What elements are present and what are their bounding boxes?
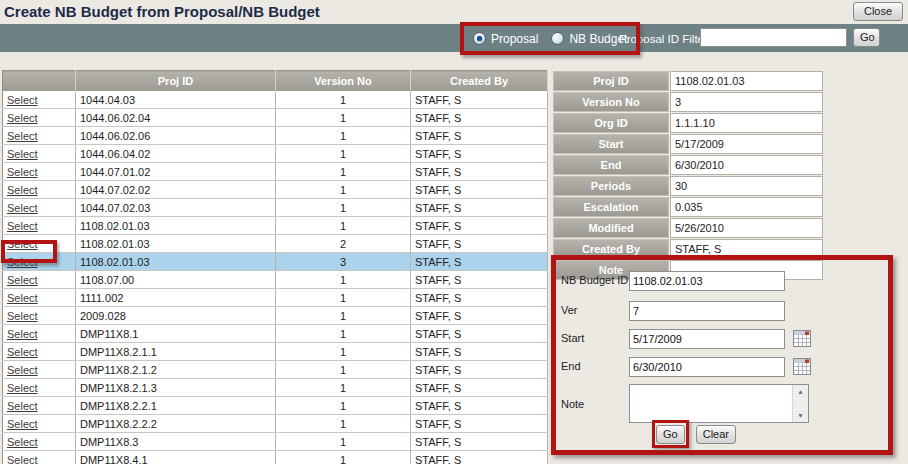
select-cell: Select: [3, 109, 76, 127]
select-link[interactable]: Select: [7, 292, 38, 304]
version-no-cell: 1: [276, 325, 411, 343]
select-link[interactable]: Select: [7, 94, 38, 106]
select-link[interactable]: Select: [7, 382, 38, 394]
proposal-radio-group[interactable]: Proposal: [473, 32, 538, 46]
created-by-cell: STAFF, S: [411, 163, 548, 181]
proposal-radio-label: Proposal: [491, 32, 538, 46]
details-value: 5/17/2009: [670, 134, 823, 154]
select-link[interactable]: Select: [7, 436, 38, 448]
page-title: Create NB Budget from Proposal/NB Budget: [4, 3, 320, 20]
annotation-selected-row: [1, 240, 57, 263]
create-go-button[interactable]: Go: [656, 425, 685, 444]
col-version-no: Version No: [276, 71, 411, 92]
select-cell: Select: [3, 379, 76, 397]
proj-id-cell: DMP11X8.2.1.3: [76, 379, 276, 397]
proj-id-cell: DMP11X8.2.2.1: [76, 397, 276, 415]
nb-budget-radio-group[interactable]: NB Budget: [551, 32, 627, 46]
select-link[interactable]: Select: [7, 130, 38, 142]
select-cell: Select: [3, 451, 76, 464]
table-row: Select1044.04.031STAFF, S: [3, 91, 548, 109]
created-by-cell: STAFF, S: [411, 289, 548, 307]
note-textarea[interactable]: [630, 385, 793, 422]
select-cell: Select: [3, 361, 76, 379]
proposal-id-filter-input[interactable]: [700, 28, 847, 47]
end-calendar-icon[interactable]: [793, 358, 811, 375]
proposal-list: Proj ID Version No Created By Select1044…: [2, 70, 548, 464]
version-no-cell: 1: [276, 415, 411, 433]
select-link[interactable]: Select: [7, 364, 38, 376]
version-no-cell: 1: [276, 163, 411, 181]
created-by-cell: STAFF, S: [411, 361, 548, 379]
select-cell: Select: [3, 325, 76, 343]
created-by-cell: STAFF, S: [411, 343, 548, 361]
note-scrollbar[interactable]: ▲ ▼: [792, 385, 808, 422]
select-link[interactable]: Select: [7, 454, 38, 464]
details-value: 6/30/2010: [670, 155, 823, 175]
created-by-cell: STAFF, S: [411, 235, 548, 253]
created-by-cell: STAFF, S: [411, 451, 548, 464]
filter-go-button[interactable]: Go: [853, 28, 880, 47]
select-link[interactable]: Select: [7, 274, 38, 286]
proj-id-cell: 1108.02.01.03: [76, 217, 276, 235]
nb-budget-id-input[interactable]: [629, 271, 785, 291]
created-by-cell: STAFF, S: [411, 127, 548, 145]
select-link[interactable]: Select: [7, 166, 38, 178]
proj-id-cell: 1044.06.02.04: [76, 109, 276, 127]
table-row: SelectDMP11X8.2.2.21STAFF, S: [3, 415, 548, 433]
start-input[interactable]: [629, 329, 785, 349]
end-input[interactable]: [629, 357, 785, 377]
details-label: Proj ID: [553, 71, 669, 91]
select-link[interactable]: Select: [7, 220, 38, 232]
select-cell: Select: [3, 289, 76, 307]
details-label: Version No: [553, 92, 669, 112]
select-link[interactable]: Select: [7, 184, 38, 196]
version-no-cell: 1: [276, 289, 411, 307]
details-row: Modified5/26/2010: [553, 218, 823, 238]
proj-id-cell: 1044.06.04.02: [76, 145, 276, 163]
details-label: End: [553, 155, 669, 175]
details-row: Version No3: [553, 92, 823, 112]
select-cell: Select: [3, 127, 76, 145]
version-no-cell: 1: [276, 127, 411, 145]
col-select: [3, 71, 76, 92]
select-link[interactable]: Select: [7, 202, 38, 214]
table-row: SelectDMP11X8.11STAFF, S: [3, 325, 548, 343]
proj-id-cell: DMP11X8.2.1.2: [76, 361, 276, 379]
select-link[interactable]: Select: [7, 400, 38, 412]
details-row: Proj ID1108.02.01.03: [553, 71, 823, 91]
proj-id-cell: 1044.04.03: [76, 91, 276, 109]
proj-id-cell: 1044.07.01.02: [76, 163, 276, 181]
scroll-down-icon[interactable]: ▼: [797, 409, 804, 422]
version-no-cell: 1: [276, 307, 411, 325]
table-row: SelectDMP11X8.2.1.11STAFF, S: [3, 343, 548, 361]
nb-budget-id-label: NB Budget ID: [561, 274, 628, 286]
close-button[interactable]: Close: [853, 2, 903, 21]
select-link[interactable]: Select: [7, 310, 38, 322]
select-cell: Select: [3, 343, 76, 361]
details-label: Org ID: [553, 113, 669, 133]
select-link[interactable]: Select: [7, 328, 38, 340]
proposal-radio[interactable]: [473, 32, 486, 45]
table-header-row: Proj ID Version No Created By: [3, 71, 548, 92]
clear-button[interactable]: Clear: [696, 425, 736, 444]
col-proj-id: Proj ID: [76, 71, 276, 92]
version-no-cell: 1: [276, 343, 411, 361]
scroll-up-icon[interactable]: ▲: [797, 385, 804, 398]
details-row: Escalation0.035: [553, 197, 823, 217]
select-link[interactable]: Select: [7, 112, 38, 124]
select-link[interactable]: Select: [7, 418, 38, 430]
select-link[interactable]: Select: [7, 148, 38, 160]
version-no-cell: 1: [276, 217, 411, 235]
toolbar: Proposal NB Budget Proposal ID Filter Go: [0, 24, 908, 52]
table-row: SelectDMP11X8.31STAFF, S: [3, 433, 548, 451]
ver-input[interactable]: [629, 301, 785, 321]
ver-label: Ver: [561, 304, 578, 316]
start-calendar-icon[interactable]: [793, 330, 811, 347]
create-nb-budget-page: Create NB Budget from Proposal/NB Budget…: [0, 0, 908, 464]
proj-id-cell: DMP11X8.2.1.1: [76, 343, 276, 361]
note-field: ▲ ▼: [629, 384, 809, 423]
select-link[interactable]: Select: [7, 346, 38, 358]
proj-id-cell: DMP11X8.2.2.2: [76, 415, 276, 433]
nb-budget-radio[interactable]: [551, 32, 564, 45]
table-row: Select1044.07.02.021STAFF, S: [3, 181, 548, 199]
